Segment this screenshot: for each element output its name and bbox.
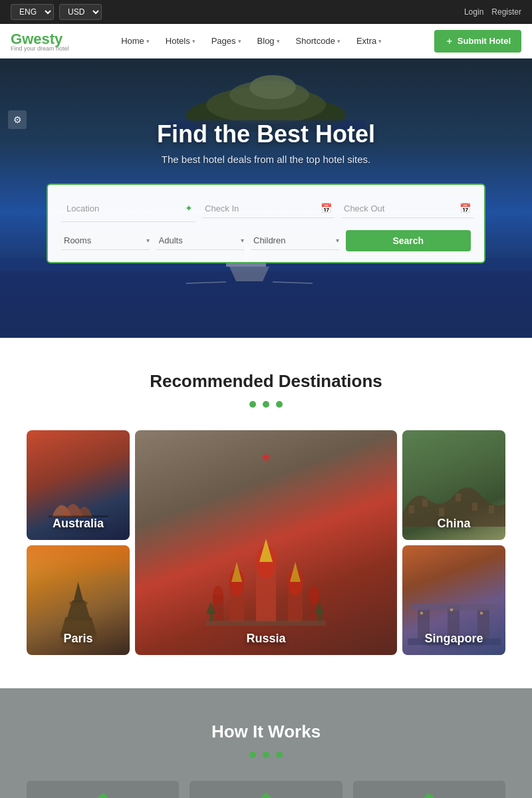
hero-title: Find the Best Hotel (47, 120, 485, 148)
login-link[interactable]: Login (464, 7, 483, 17)
svg-rect-44 (65, 618, 92, 621)
destinations-grid: Australia (27, 430, 505, 655)
navbar: Gwesty Find your dream hotel Home ▾ Hote… (0, 24, 532, 59)
children-select[interactable]: Children 0123 (251, 231, 333, 249)
search-row-2: Rooms 1234 ▾ Adults 1234 ▾ Children 0123 (61, 230, 471, 251)
how-card-confirmed: ✓ Confirmed Lorem ipsum dolor sit amet, … (353, 781, 505, 798)
svg-rect-37 (472, 503, 477, 511)
register-link[interactable]: Register (491, 7, 521, 17)
checkout-field-wrap: 📅 (341, 199, 473, 218)
russia-bg: ★ (135, 430, 397, 655)
top-bar-left: ENG USD (11, 4, 102, 20)
checkout-calendar-icon: 📅 (460, 203, 471, 213)
currency-select[interactable]: USD (59, 4, 102, 20)
nav-shortcode-arrow: ▾ (337, 38, 340, 45)
nav-pages[interactable]: Pages ▾ (205, 32, 248, 50)
submit-hotel-button[interactable]: ＋ Submit Hotel (434, 30, 521, 53)
destination-china[interactable]: China (402, 430, 505, 540)
search-button[interactable]: Search (346, 230, 471, 251)
destination-paris[interactable]: Paris (27, 545, 130, 655)
dot-2 (263, 401, 269, 408)
destination-australia[interactable]: Australia (27, 430, 130, 540)
nav-hotels-arrow: ▾ (192, 38, 196, 45)
svg-rect-43 (69, 602, 87, 604)
svg-marker-39 (73, 582, 83, 602)
svg-rect-6 (0, 271, 532, 338)
rooms-select[interactable]: Rooms 1234 (61, 231, 144, 249)
adults-arrow-icon: ▾ (241, 237, 244, 244)
how-dot-3 (276, 751, 283, 758)
checkin-calendar-icon: 📅 (321, 203, 332, 213)
svg-rect-51 (450, 608, 453, 611)
nav-extra[interactable]: Extra ▾ (350, 32, 388, 50)
search-row-1: ✦ 📅 📅 (61, 196, 471, 222)
logo[interactable]: Gwesty Find your dream hotel (11, 31, 69, 52)
hero-section: ⚙ Find the Best Hotel The best hotel dea… (0, 59, 532, 338)
location-input[interactable] (64, 200, 181, 217)
svg-rect-48 (411, 604, 496, 610)
svg-point-27 (309, 586, 319, 604)
svg-point-3 (249, 75, 296, 99)
nav-extra-arrow: ▾ (378, 38, 382, 45)
svg-rect-35 (439, 508, 444, 516)
hero-content: Find the Best Hotel The best hotel deals… (47, 120, 485, 263)
australia-label: Australia (27, 517, 130, 531)
hero-subtitle: The best hotel deals from all the top ho… (47, 154, 485, 165)
st-basils-icon (206, 509, 326, 642)
rooms-select-wrap: Rooms 1234 ▾ (61, 231, 150, 250)
svg-rect-28 (206, 620, 326, 626)
how-card-book: 🔗 Book Now Lorem ipsum dolor sit amet, c… (27, 781, 179, 798)
dot-3 (276, 401, 283, 408)
how-dot-2 (263, 751, 269, 758)
section-dots (27, 398, 505, 410)
adults-select[interactable]: Adults 1234 (156, 231, 239, 249)
paris-foliage (27, 545, 130, 579)
rooms-arrow-icon: ▾ (146, 237, 150, 244)
top-bar-right: Login Register (464, 7, 521, 17)
svg-marker-8 (229, 267, 269, 281)
destination-singapore[interactable]: Singapore (402, 545, 505, 655)
checkin-input[interactable] (205, 203, 317, 213)
svg-rect-36 (456, 493, 461, 501)
nav-links: Home ▾ Hotels ▾ Pages ▾ Blog ▾ Shortcode… (114, 32, 388, 50)
children-select-wrap: Children 0123 ▾ (251, 231, 339, 250)
how-it-works-section: How It Works 🔗 Book Now Lorem ipsum dolo… (0, 688, 532, 798)
how-cards: 🔗 Book Now Lorem ipsum dolor sit amet, c… (27, 781, 505, 798)
russia-label: Russia (135, 632, 397, 646)
recommended-section: Recommended Destinations Australia (0, 338, 532, 688)
adults-select-wrap: Adults 1234 ▾ (156, 231, 245, 250)
nav-pages-arrow: ▾ (238, 38, 241, 45)
svg-rect-50 (420, 612, 423, 614)
how-title: How It Works (27, 722, 505, 742)
nav-hotels[interactable]: Hotels ▾ (159, 32, 202, 50)
search-box: ✦ 📅 📅 Rooms 1234 ▾ (47, 184, 485, 263)
svg-rect-33 (409, 505, 414, 513)
how-dots (27, 749, 505, 761)
destination-russia[interactable]: ★ Russia (135, 430, 397, 655)
top-bar: ENG USD Login Register (0, 0, 532, 24)
language-select[interactable]: ENG (11, 4, 54, 20)
settings-button[interactable]: ⚙ (8, 110, 27, 129)
paris-label: Paris (27, 632, 130, 646)
svg-rect-34 (422, 499, 428, 507)
logo-tagline: Find your dream hotel (11, 45, 69, 52)
svg-point-25 (213, 586, 223, 604)
nav-blog[interactable]: Blog ▾ (251, 32, 287, 50)
how-card-details: 📋 Enter Details Lorem ipsum dolor sit am… (190, 781, 342, 798)
recommended-title: Recommended Destinations (27, 371, 505, 392)
kremlin-star: ★ (261, 450, 271, 465)
submit-hotel-icon: ＋ (445, 35, 454, 47)
book-icon-diamond: 🔗 (74, 793, 131, 798)
details-icon-diamond: 📋 (238, 793, 295, 798)
opera-house-icon (49, 490, 108, 520)
china-label: China (402, 517, 505, 531)
location-icon: ✦ (185, 203, 193, 213)
location-field-wrap: ✦ (61, 196, 196, 222)
singapore-label: Singapore (402, 632, 505, 646)
svg-rect-38 (489, 505, 494, 513)
nav-home[interactable]: Home ▾ (114, 32, 156, 50)
checkout-input[interactable] (344, 203, 456, 213)
checkin-field-wrap: 📅 (202, 199, 334, 218)
nav-shortcode[interactable]: Shortcode ▾ (289, 32, 347, 50)
confirmed-icon-diamond: ✓ (401, 793, 458, 798)
